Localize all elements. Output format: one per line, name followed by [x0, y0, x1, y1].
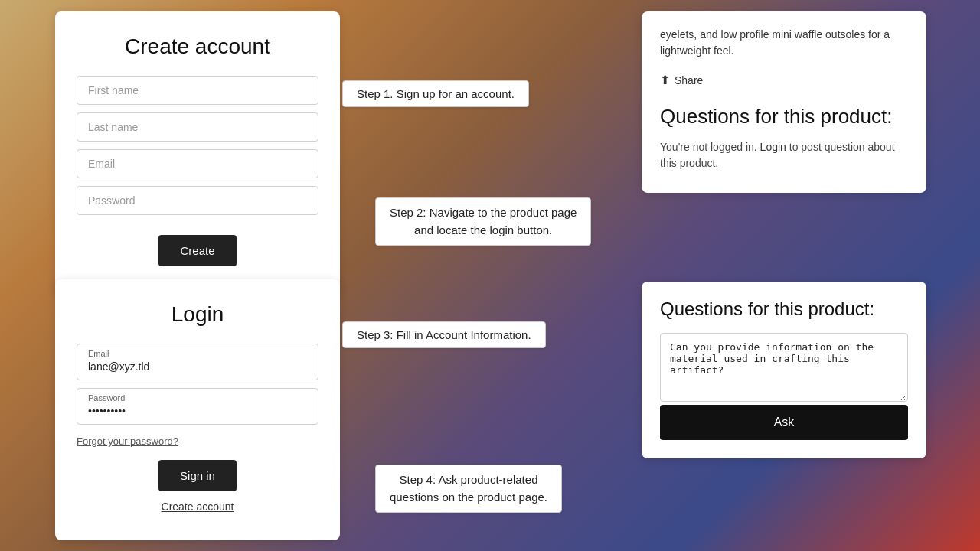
step-2-text: Step 2: Navigate to the product page and… [390, 206, 577, 236]
login-link[interactable]: Login [760, 141, 786, 153]
product-card-2: Questions for this product: Can you prov… [642, 282, 926, 458]
last-name-input[interactable] [77, 112, 318, 142]
step-4-bubble: Step 4: Ask product-related questions on… [375, 465, 562, 513]
step-1-bubble: Step 1. Sign up for an account. [342, 80, 529, 107]
share-button[interactable]: ⬆ Share [660, 70, 703, 90]
first-name-input[interactable] [77, 76, 318, 105]
password-label: Password [88, 393, 307, 403]
sign-in-button[interactable]: Sign in [158, 460, 237, 491]
not-logged-in-prefix: You're not logged in. [660, 141, 757, 153]
email-input-group: Email [77, 344, 318, 380]
login-card: Login Email Password Forgot your passwor… [55, 279, 340, 540]
create-account-card: Create account Create [55, 11, 340, 294]
step-3-bubble: Step 3: Fill in Account Information. [342, 321, 546, 348]
question-textarea[interactable]: Can you provide information on the mater… [660, 333, 908, 402]
login-email-input[interactable] [88, 360, 307, 373]
product-description: eyelets, and low profile mini waffle out… [660, 27, 908, 59]
product-questions-title-2: Questions for this product: [660, 297, 908, 321]
create-button[interactable]: Create [158, 235, 236, 266]
forgot-password-link[interactable]: Forgot your password? [77, 435, 178, 447]
email-label: Email [88, 349, 307, 358]
step-2-bubble: Step 2: Navigate to the product page and… [375, 197, 591, 246]
login-password-input[interactable] [88, 405, 307, 417]
step-4-text: Step 4: Ask product-related questions on… [390, 473, 547, 504]
password-input-group: Password [77, 388, 318, 425]
share-label: Share [675, 74, 703, 86]
share-icon: ⬆ [660, 73, 670, 87]
create-account-link[interactable]: Create account [77, 500, 318, 513]
product-card-1: eyelets, and low profile mini waffle out… [642, 11, 926, 193]
password-input[interactable] [77, 186, 318, 215]
question-textarea-wrapper: Can you provide information on the mater… [660, 333, 908, 405]
create-account-title: Create account [77, 34, 318, 59]
email-input[interactable] [77, 149, 318, 178]
ask-button[interactable]: Ask [660, 405, 908, 440]
not-logged-in-text: You're not logged in. Login to post ques… [660, 139, 908, 171]
login-title: Login [77, 302, 318, 327]
product-questions-title-1: Questions for this product: [660, 104, 908, 130]
